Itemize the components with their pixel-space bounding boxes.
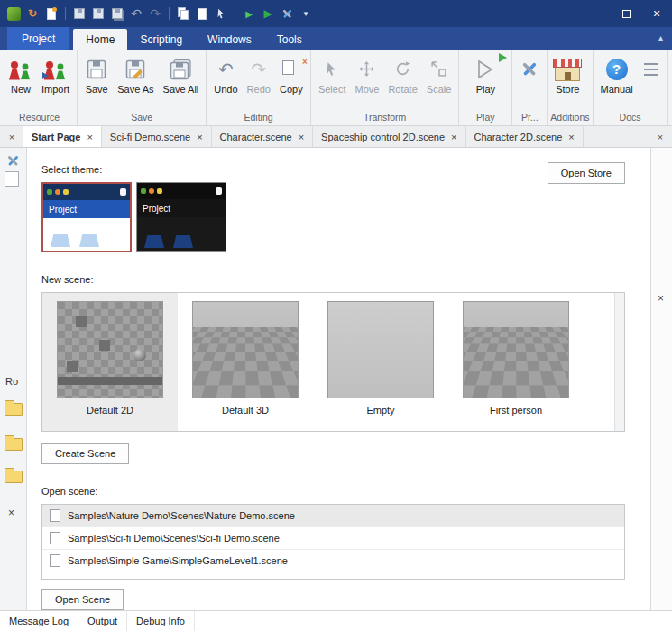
theme-preview-toolbar [137, 183, 226, 199]
document-tab-bar: × Start Page × Sci-fi Demo.scene × Chara… [0, 126, 672, 148]
play-label: Play [476, 84, 495, 95]
maximize-button[interactable] [611, 0, 641, 27]
tab-windows[interactable]: Windows [195, 29, 264, 50]
tools-icon[interactable] [279, 5, 295, 22]
list-item[interactable]: Samples\Sci-fi Demo\Scenes\Sci-fi Demo.s… [42, 527, 624, 550]
rail-document-icon[interactable] [5, 171, 19, 187]
import-icon [44, 54, 68, 84]
app-icon[interactable] [5, 5, 22, 22]
play-mini-icon[interactable] [498, 52, 508, 65]
folder-icon [173, 235, 193, 248]
save-button[interactable]: Save [80, 52, 113, 95]
right-panel-close-icon[interactable]: × [658, 292, 664, 305]
lines-icon [644, 63, 658, 76]
undo-icon[interactable]: ↶ [128, 5, 144, 22]
scene-thumbnail-3d [192, 301, 299, 398]
redo-icon[interactable]: ↷ [147, 5, 163, 22]
create-scene-button[interactable]: Create Scene [41, 443, 129, 464]
scene-panel-scrollbar[interactable] [614, 293, 624, 431]
left-panel-close-icon[interactable]: × [8, 507, 14, 519]
save-as-icon[interactable] [90, 5, 106, 22]
save-as-button[interactable]: Save As [113, 52, 158, 95]
tab-close-icon[interactable]: × [299, 132, 304, 142]
toolbar-dropdown-icon[interactable]: ▾ [298, 5, 314, 22]
scene-template-default-2d[interactable]: Default 2D [42, 293, 178, 431]
page-icon [120, 188, 126, 196]
move-button[interactable]: Move [350, 52, 383, 95]
ribbon-group-resource: New Import Resource [2, 50, 78, 125]
tab-scripting[interactable]: Scripting [127, 29, 195, 50]
folder-icon[interactable] [5, 471, 23, 483]
new-file-icon[interactable] [43, 5, 60, 22]
tab-close-icon[interactable]: × [197, 132, 202, 142]
group-label-play: Play [462, 110, 509, 125]
theme-thumbnail-light[interactable]: Project [41, 182, 132, 252]
save-all-icon[interactable] [109, 5, 125, 22]
open-store-button[interactable]: Open Store [548, 162, 625, 184]
minimize-button[interactable] [580, 0, 611, 27]
tab-tools[interactable]: Tools [264, 29, 315, 50]
tab-close-icon[interactable]: × [451, 132, 456, 142]
copy-button[interactable]: × Copy [275, 52, 308, 95]
toolbar-separator [65, 7, 66, 20]
folder-icon[interactable] [5, 438, 23, 451]
store-button[interactable]: Store [550, 52, 585, 95]
select-button[interactable]: Select [314, 52, 351, 95]
tab-close-icon[interactable]: × [87, 132, 92, 142]
tab-output[interactable]: Output [78, 611, 127, 631]
redo-button[interactable]: ↷ Redo [243, 52, 275, 95]
scene-template-default-3d[interactable]: Default 3D [178, 293, 313, 431]
ribbon-group-save: Save Save As Save All Save [78, 50, 207, 125]
close-button[interactable]: × [641, 0, 672, 27]
copy-icon[interactable] [175, 5, 191, 22]
theme-preview-toolbar [43, 184, 130, 200]
theme-thumbnail-dark[interactable]: Project [136, 182, 226, 252]
tab-close-icon[interactable]: × [568, 132, 574, 142]
refresh-icon[interactable]: ↻ [24, 5, 41, 22]
ribbon-group-transform: Select Move Rotate Scale Transf [311, 50, 459, 125]
scale-button[interactable]: Scale [422, 52, 456, 95]
rotate-button[interactable]: Rotate [383, 52, 421, 95]
group-label-transform: Transform [314, 110, 456, 125]
select-cursor-icon[interactable] [213, 5, 229, 22]
list-item[interactable]: Samples\Simple Game\SimpleGameLevel1.sce… [42, 550, 624, 572]
tips-button[interactable] [638, 52, 665, 84]
save-all-floppy-icon [169, 54, 192, 84]
run-icon[interactable]: ▶ [241, 5, 257, 22]
open-scene-button[interactable]: Open Scene [41, 589, 124, 610]
scene-template-empty[interactable]: Empty [313, 293, 448, 431]
left-panel-close-icon[interactable]: × [0, 126, 23, 147]
scene-template-first-person[interactable]: First person [448, 293, 584, 431]
ribbon-collapse-icon[interactable]: ▴ [658, 32, 663, 42]
tab-message-log[interactable]: Message Log [0, 611, 78, 631]
doc-tab-spaceship-control[interactable]: Spaceship control 2D.scene × [313, 126, 465, 147]
doc-tab-character[interactable]: Character.scene × [212, 126, 314, 147]
tab-home[interactable]: Home [73, 29, 127, 50]
paste-icon[interactable] [194, 5, 210, 22]
rotate-label: Rotate [388, 84, 417, 95]
tab-debug-info[interactable]: Debug Info [127, 611, 195, 631]
doc-tab-scifi-demo[interactable]: Sci-fi Demo.scene × [102, 126, 212, 147]
play-icon[interactable]: ▶ [260, 5, 276, 22]
titlebar: ↻ ↶ ↷ ▶ ▶ ▾ × [0, 0, 672, 27]
quick-access-toolbar: ↻ ↶ ↷ ▶ ▶ ▾ [0, 5, 580, 22]
list-item[interactable]: Samples\Nature Demo\Scenes\Nature Demo.s… [42, 505, 624, 527]
save-all-button[interactable]: Save All [159, 52, 204, 95]
undo-button[interactable]: ↶ Undo [209, 52, 242, 95]
doc-tab-start-page[interactable]: Start Page × [23, 126, 102, 147]
save-icon[interactable] [71, 5, 87, 22]
folder-icon[interactable] [5, 403, 23, 416]
manual-button[interactable]: ? Manual [596, 52, 638, 95]
doc-tab-character-2d[interactable]: Character 2D.scene × [466, 126, 584, 147]
new-button[interactable]: New [5, 52, 37, 95]
rail-tools-icon[interactable] [5, 153, 21, 170]
project-settings-button[interactable] [515, 52, 544, 84]
bottom-panel-tabs: Message Log Output Debug Info [0, 610, 672, 631]
refresh-icon [149, 188, 154, 194]
tab-project[interactable]: Project [7, 27, 69, 50]
import-button[interactable]: Import [37, 52, 74, 95]
ribbon-group-docs: ? Manual Docs [594, 50, 668, 125]
play-button[interactable]: Play [462, 52, 509, 95]
tab-group-close-icon[interactable]: × [649, 126, 672, 147]
scene-path: Samples\Simple Game\SimpleGameLevel1.sce… [68, 555, 288, 566]
